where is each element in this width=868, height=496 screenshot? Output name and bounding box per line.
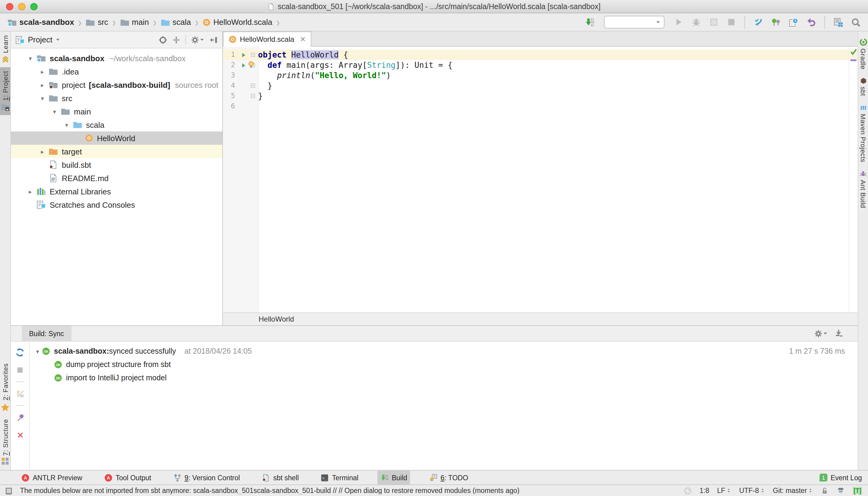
code-line-1[interactable]: 1object HelloWorld { — [223, 50, 858, 60]
editor-tab-helloworld[interactable]: O HelloWorld.scala ✕ — [223, 31, 311, 47]
event-log-button[interactable]: 1Event Log — [820, 474, 862, 481]
update-project-button[interactable] — [752, 16, 764, 28]
hide-panel-button[interactable] — [210, 34, 218, 46]
minimize-window-button[interactable] — [18, 3, 26, 10]
tree-item-scala-sandbox[interactable]: ▾scala-sandbox~/work/scala-sandbox — [11, 51, 222, 65]
commit-button[interactable] — [770, 16, 782, 28]
run-config-combo[interactable] — [604, 16, 665, 29]
run-arrow-icon[interactable] — [240, 52, 246, 58]
caret-position[interactable]: 1:8 — [700, 487, 709, 494]
sbt-sync-button[interactable]: 011001 — [584, 16, 596, 28]
tree-item-main[interactable]: ▾main — [11, 105, 222, 118]
pin-button[interactable] — [14, 411, 26, 423]
intention-bulb-icon[interactable] — [247, 61, 255, 68]
fold-marker[interactable] — [248, 60, 258, 70]
code-line-6[interactable]: 6 — [223, 101, 858, 111]
lock-icon[interactable] — [821, 486, 828, 495]
project-structure-button[interactable] — [832, 16, 844, 28]
breadcrumb-item-scala[interactable]: scala — [159, 17, 192, 27]
stop-build-button[interactable] — [14, 364, 26, 376]
fold-marker[interactable] — [248, 80, 258, 91]
code-line-2[interactable]: 2 def main(args: Array[String]): Unit = … — [223, 60, 858, 70]
stripe-button-maven-projects[interactable]: mMaven Projects — [858, 99, 868, 166]
tree-chevron-closed-icon[interactable]: ▸ — [26, 188, 35, 195]
tree-item-helloworld[interactable]: OHelloWorld — [11, 131, 222, 145]
fold-end-icon[interactable] — [251, 94, 255, 98]
tree-item--idea[interactable]: ▸.idea — [11, 65, 222, 78]
stripe-button-learn[interactable]: Learn — [0, 31, 10, 67]
fold-marker[interactable] — [248, 50, 258, 60]
hector-inspections-icon[interactable] — [837, 486, 845, 495]
fold-marker[interactable] — [248, 91, 258, 101]
locate-button[interactable] — [159, 34, 167, 46]
close-button[interactable] — [14, 429, 26, 441]
stripe-button-1-project[interactable]: 1: Project — [0, 67, 10, 115]
encoding-selector[interactable]: UTF-8 — [739, 487, 765, 494]
tool-window-switcher-icon[interactable] — [5, 486, 13, 495]
settings-button[interactable] — [191, 34, 205, 46]
tree-item-target[interactable]: ▸target — [11, 145, 222, 158]
tree-item-scratches-and-consoles[interactable]: Scratches and Consoles — [11, 198, 222, 211]
stripe-button-gradle[interactable]: Gradle — [858, 34, 868, 73]
build-row-3[interactable]: OKimport to IntelliJ project model — [30, 371, 858, 385]
status-message[interactable]: The modules below are not imported from … — [20, 487, 520, 494]
stripe-button-sbt[interactable]: sbt — [858, 73, 868, 99]
collapse-all-button[interactable] — [172, 34, 181, 46]
fold-open-icon[interactable] — [251, 53, 255, 57]
code-line-3[interactable]: 3 println("Hello, World!") — [223, 70, 858, 80]
close-tab-icon[interactable]: ✕ — [300, 36, 306, 43]
tree-chevron-closed-icon[interactable]: ▸ — [37, 148, 47, 155]
breadcrumb-item-main[interactable]: main — [119, 17, 150, 27]
fold-end-icon[interactable] — [251, 83, 255, 88]
toolwindow-button-antlr-preview[interactable]: AANTLR Preview — [18, 470, 86, 485]
recent-changes-button[interactable] — [788, 16, 800, 28]
tree-chevron-open-icon[interactable]: ▾ — [62, 121, 72, 128]
scroll-to-end-button[interactable] — [834, 327, 843, 339]
tree-item-src[interactable]: ▾src — [11, 91, 222, 105]
breadcrumb-item-helloworld-scala[interactable]: OHelloWorld.scala — [201, 18, 274, 27]
build-row-2[interactable]: OKdump project structure from sbt — [30, 358, 858, 371]
caret-marker[interactable] — [850, 59, 856, 61]
run-arrow-icon[interactable] — [240, 62, 246, 68]
project-panel-title[interactable]: Project — [28, 35, 52, 44]
zoom-window-button[interactable] — [30, 3, 37, 10]
build-settings-button[interactable] — [814, 327, 828, 339]
run-line-icon[interactable] — [239, 50, 248, 60]
code-line-4[interactable]: 4 } — [223, 80, 858, 91]
tree-item-scala[interactable]: ▾scala — [11, 118, 222, 131]
git-branch-selector[interactable]: Git: master — [773, 487, 813, 494]
highlight-level-badge[interactable]: [T] — [853, 487, 862, 494]
tree-item-external-libraries[interactable]: ▸External Libraries — [11, 185, 222, 198]
search-everywhere-button[interactable] — [850, 16, 862, 28]
toolwindow-button-sbt-shell[interactable]: sbt shell — [259, 470, 301, 485]
stripe-button-ant-build[interactable]: Ant Build — [858, 166, 868, 212]
tree-item-project[interactable]: ▸project [scala-sandbox-build]sources ro… — [11, 78, 222, 91]
close-window-button[interactable] — [6, 3, 13, 10]
build-row-1[interactable]: ▾OKscala-sandbox: synced successfullyat … — [30, 345, 858, 358]
error-stripe[interactable] — [849, 47, 858, 312]
inspections-ok-icon[interactable] — [850, 48, 857, 56]
tree-chevron-open-icon[interactable]: ▾ — [33, 348, 42, 355]
stripe-button-2-favorites[interactable]: 2: Favorites — [0, 360, 10, 415]
resync-button[interactable] — [14, 346, 26, 358]
code-editor[interactable]: 1object HelloWorld {2 def main(args: Arr… — [223, 47, 858, 312]
tree-item-build-sbt[interactable]: build.sbt — [11, 158, 222, 171]
tree-chevron-open-icon[interactable]: ▾ — [50, 108, 59, 115]
build-sync-tab[interactable]: Build: Sync — [22, 326, 71, 341]
title-bar[interactable]: scala-sandbox_501 [~/work/scala-sandbox]… — [0, 0, 868, 13]
filter-messages-button[interactable]: ab — [14, 388, 26, 400]
code-line-5[interactable]: 5} — [223, 91, 858, 101]
toolwindow-button-version-control[interactable]: 9: Version Control — [170, 470, 243, 485]
tree-chevron-open-icon[interactable]: ▾ — [26, 55, 35, 61]
toolwindow-button-terminal[interactable]: >_Terminal — [318, 470, 362, 485]
toolwindow-button-todo[interactable]: 6: TODO — [426, 470, 471, 485]
run-line-icon[interactable] — [239, 60, 248, 70]
tree-item-readme-md[interactable]: README.md — [11, 171, 222, 185]
tree-chevron-closed-icon[interactable]: ▸ — [37, 81, 47, 88]
toolwindow-button-tool-output[interactable]: ATool Output — [101, 470, 154, 485]
breadcrumb-item-scala-sandbox[interactable]: scala-sandbox — [6, 17, 75, 27]
toolwindow-button-build[interactable]: 0110Build — [377, 470, 410, 485]
breadcrumb-item-src[interactable]: src — [84, 17, 110, 27]
tree-chevron-open-icon[interactable]: ▾ — [37, 95, 47, 102]
stripe-button-7-structure[interactable]: 7: Structure — [0, 415, 10, 469]
